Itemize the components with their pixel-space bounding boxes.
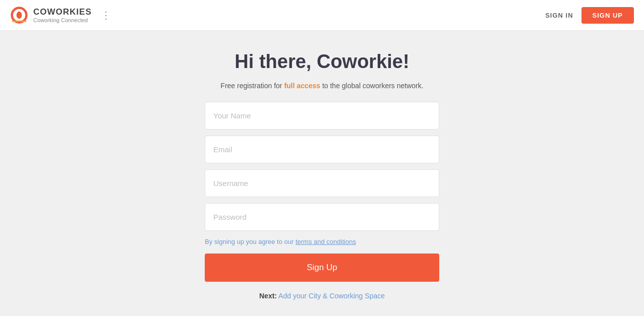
logo-tagline: Coworking Connected [33,17,92,23]
subtitle-prefix: Free registration for [220,82,284,90]
password-input[interactable] [205,203,439,231]
header-left: COWORKIES Coworking Connected ⋮ [10,6,111,24]
next-text: Next: Add your City & Coworking Space [205,292,439,300]
main-content: Hi there, Coworkie! Free registration fo… [0,31,644,316]
subtitle-suffix: to the global coworkers network. [320,82,424,90]
username-input[interactable] [205,169,439,197]
terms-link[interactable]: terms and conditions [296,238,356,245]
next-link[interactable]: Add your City & Coworking Space [277,292,385,300]
page-title: Hi there, Coworkie! [235,51,409,73]
next-label: Next: [259,292,277,300]
logo-text: COWORKIES Coworking Connected [33,7,92,23]
header: COWORKIES Coworking Connected ⋮ SIGN IN … [0,0,644,31]
terms-text: By signing up you agree to our terms and… [205,238,439,245]
subtitle: Free registration for full access to the… [220,82,423,90]
logo-icon [10,6,28,24]
header-right: SIGN IN SIGN UP [545,7,634,24]
subtitle-bold: full access [284,82,320,90]
signin-link[interactable]: SIGN IN [545,12,573,19]
signup-button[interactable]: SIGN UP [581,7,634,24]
menu-dots-icon[interactable]: ⋮ [101,9,111,21]
signup-submit-button[interactable]: Sign Up [205,254,439,282]
terms-prefix: By signing up you agree to our [205,238,296,245]
signup-form: By signing up you agree to our terms and… [205,102,439,300]
svg-rect-2 [12,21,27,22]
name-input[interactable] [205,102,439,130]
svg-point-1 [17,12,22,19]
logo-name: COWORKIES [33,7,92,17]
email-input[interactable] [205,136,439,163]
